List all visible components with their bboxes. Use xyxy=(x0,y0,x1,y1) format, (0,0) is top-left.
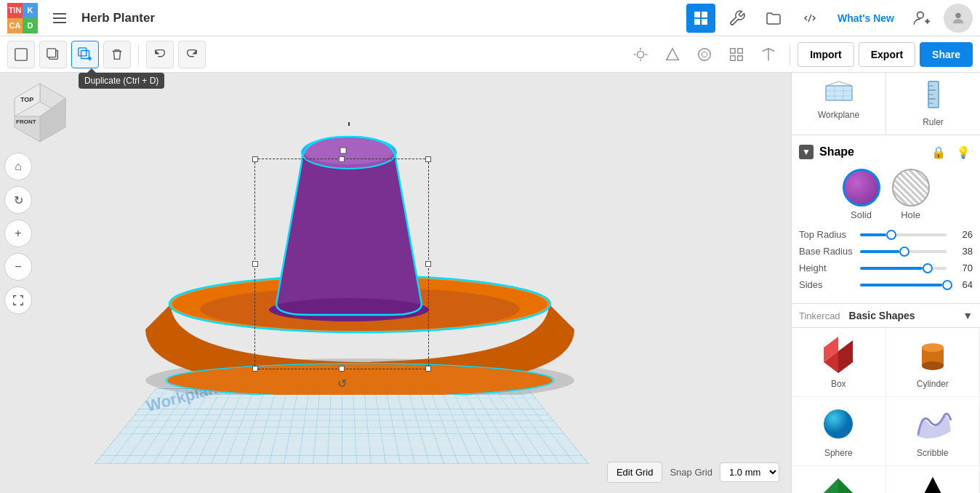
workplane-icon xyxy=(824,80,854,107)
redo-button[interactable] xyxy=(178,41,206,68)
solid-circle xyxy=(843,169,880,207)
solid-option[interactable]: Solid xyxy=(843,169,880,220)
top-radius-label: Top Radius xyxy=(799,229,854,240)
sliders: Top Radius 26 Base Radius 38 xyxy=(799,229,973,290)
solid-label: Solid xyxy=(851,209,872,220)
height-thumb[interactable] xyxy=(923,263,933,273)
svg-line-48 xyxy=(839,81,852,86)
zoom-in-button[interactable]: + xyxy=(4,220,32,247)
hole-circle xyxy=(892,169,930,207)
svg-rect-23 xyxy=(731,48,735,52)
viewport[interactable]: TOP FRONT Workplane xyxy=(0,73,791,493)
hole-label: Hole xyxy=(901,209,920,220)
base-radius-track[interactable] xyxy=(860,250,947,253)
separator xyxy=(138,44,139,65)
top-radius-value: 26 xyxy=(952,229,973,240)
library-dropdown[interactable]: Basic Shapes xyxy=(849,310,957,321)
lock-icon[interactable]: 🔒 xyxy=(929,143,948,161)
main-area: ⌂ ↻ + − TOP FRONT xyxy=(0,73,980,493)
code-button[interactable] xyxy=(795,4,824,33)
orbit-button[interactable]: ↻ xyxy=(4,186,32,214)
hole-option[interactable]: Hole xyxy=(892,169,930,220)
library-dropdown-arrow[interactable]: ▼ xyxy=(963,310,973,321)
shape-box[interactable]: Box xyxy=(792,328,886,397)
top-radius-row: Top Radius 26 xyxy=(799,229,973,240)
secondary-toolbar: Duplicate (Ctrl + D) Import Export Share xyxy=(0,36,980,73)
bottom-bar: Edit Grid Snap Grid 1.0 mm 0.5 mm 2.0 mm xyxy=(0,451,791,493)
whats-new-button[interactable]: What's New xyxy=(832,12,900,24)
copy-button[interactable] xyxy=(39,41,67,68)
roof-thumb xyxy=(815,473,861,493)
purple-cone[interactable] xyxy=(262,122,436,326)
mirror-view-button[interactable] xyxy=(755,41,782,68)
sphere-thumb xyxy=(815,404,861,444)
user-avatar[interactable] xyxy=(944,4,973,33)
shape-header: ▼ Shape 🔒 💡 xyxy=(799,143,973,161)
height-label: Height xyxy=(799,262,854,273)
sides-row: Sides 64 xyxy=(799,279,973,290)
menu-button[interactable] xyxy=(45,4,74,33)
svg-rect-3 xyxy=(702,19,707,25)
snap-view-button[interactable] xyxy=(723,41,750,68)
shape-roof[interactable]: Roof xyxy=(792,466,886,493)
height-track[interactable] xyxy=(860,267,947,270)
base-radius-fill xyxy=(860,250,899,253)
export-button[interactable]: Export xyxy=(859,42,915,67)
svg-marker-61 xyxy=(838,340,853,373)
delete-button[interactable] xyxy=(103,41,131,68)
height-fill xyxy=(860,267,923,270)
svg-rect-24 xyxy=(738,48,742,52)
shape-cone[interactable]: Cone xyxy=(886,466,981,493)
shape-scribble[interactable]: Scribble xyxy=(886,397,981,466)
sides-track[interactable] xyxy=(860,284,947,286)
zoom-out-button[interactable]: − xyxy=(4,253,32,281)
ruler-button[interactable]: Ruler xyxy=(886,73,980,135)
import-button[interactable]: Import xyxy=(798,42,854,67)
grid-view-button[interactable] xyxy=(686,4,715,33)
circle-view-button[interactable] xyxy=(691,41,718,68)
svg-point-64 xyxy=(922,343,944,352)
new-shape-button[interactable] xyxy=(7,41,35,68)
light-icon-button[interactable] xyxy=(627,41,654,68)
top-radius-fill xyxy=(860,233,886,236)
shape-view-button[interactable] xyxy=(659,41,686,68)
snap-grid-select[interactable]: 1.0 mm 0.5 mm 2.0 mm xyxy=(720,462,779,482)
undo-button[interactable] xyxy=(146,41,174,68)
svg-rect-12 xyxy=(79,47,87,55)
svg-marker-71 xyxy=(918,477,947,493)
build-button[interactable] xyxy=(723,4,752,33)
tinkercad-label: Tinkercad xyxy=(799,310,840,321)
ruler-icon xyxy=(923,80,944,114)
visibility-icon[interactable]: 💡 xyxy=(954,143,973,161)
shape-collapse-button[interactable]: ▼ xyxy=(799,145,814,159)
folder-button[interactable] xyxy=(759,4,788,33)
svg-rect-26 xyxy=(738,55,742,60)
fit-button[interactable] xyxy=(4,286,32,314)
home-view-button[interactable]: ⌂ xyxy=(4,153,32,180)
base-radius-value: 38 xyxy=(952,246,973,257)
base-radius-thumb[interactable] xyxy=(899,246,909,257)
svg-point-15 xyxy=(638,51,644,57)
shape-section: ▼ Shape 🔒 💡 Solid Hole Top Radi xyxy=(792,135,980,304)
top-radius-track[interactable] xyxy=(860,233,947,236)
top-radius-thumb[interactable] xyxy=(886,230,896,240)
solid-hole-row: Solid Hole xyxy=(799,169,973,220)
svg-line-47 xyxy=(826,81,839,86)
tinkercad-logo[interactable]: TIN K CA D xyxy=(7,3,38,33)
shape-cylinder[interactable]: Cylinder xyxy=(886,328,981,397)
box-thumb xyxy=(815,335,861,374)
sides-thumb[interactable] xyxy=(942,280,952,290)
height-value: 70 xyxy=(952,262,973,273)
sides-label: Sides xyxy=(799,279,854,290)
add-user-button[interactable] xyxy=(907,4,936,33)
edit-grid-button[interactable]: Edit Grid xyxy=(607,462,663,483)
workplane-button[interactable]: Workplane xyxy=(792,73,886,135)
logo-ca: CA xyxy=(7,18,23,33)
svg-rect-10 xyxy=(47,48,56,57)
duplicate-button[interactable] xyxy=(71,41,99,68)
3d-scene[interactable]: ↺ xyxy=(0,73,791,449)
share-button[interactable]: Share xyxy=(920,42,973,67)
shape-title: Shape xyxy=(819,145,923,159)
shape-sphere[interactable]: Sphere xyxy=(792,397,886,466)
handle-tl[interactable] xyxy=(252,156,258,162)
